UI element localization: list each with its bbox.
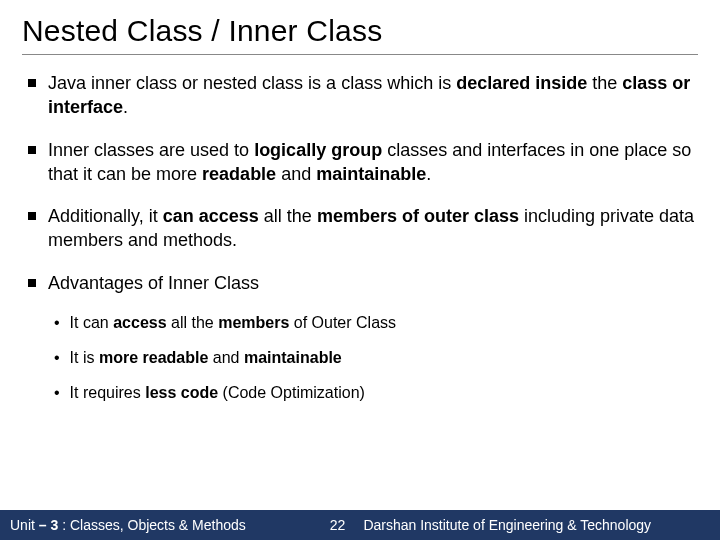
footer-unit: Unit – 3 : Classes, Objects & Methods (10, 517, 246, 533)
sub-bullet-3: • It requires less code (Code Optimizati… (54, 383, 698, 404)
bullet-3-text: Additionally, it can access all the memb… (48, 204, 698, 253)
sub-bullet-2-text: It is more readable and maintainable (70, 348, 342, 369)
slide-title: Nested Class / Inner Class (22, 14, 698, 55)
bullet-2: Inner classes are used to logically grou… (28, 138, 698, 187)
bullet-4-text: Advantages of Inner Class (48, 271, 259, 295)
bullet-icon (28, 79, 36, 87)
sub-bullet-icon: • (54, 313, 60, 334)
bullet-4: Advantages of Inner Class (28, 271, 698, 295)
bullet-3: Additionally, it can access all the memb… (28, 204, 698, 253)
bullet-1: Java inner class or nested class is a cl… (28, 71, 698, 120)
bullet-icon (28, 146, 36, 154)
bullet-1-text: Java inner class or nested class is a cl… (48, 71, 698, 120)
sub-bullet-icon: • (54, 383, 60, 404)
slide-content: Java inner class or nested class is a cl… (22, 71, 698, 540)
sub-bullet-2: • It is more readable and maintainable (54, 348, 698, 369)
sub-bullet-1: • It can access all the members of Outer… (54, 313, 698, 334)
sub-bullet-1-text: It can access all the members of Outer C… (70, 313, 396, 334)
bullet-icon (28, 279, 36, 287)
bullet-2-text: Inner classes are used to logically grou… (48, 138, 698, 187)
sub-bullet-icon: • (54, 348, 60, 369)
footer-institute: Darshan Institute of Engineering & Techn… (363, 517, 710, 533)
slide-footer: Unit – 3 : Classes, Objects & Methods 22… (0, 510, 720, 540)
bullet-icon (28, 212, 36, 220)
footer-page-number: 22 (330, 517, 346, 533)
sub-bullet-3-text: It requires less code (Code Optimization… (70, 383, 365, 404)
